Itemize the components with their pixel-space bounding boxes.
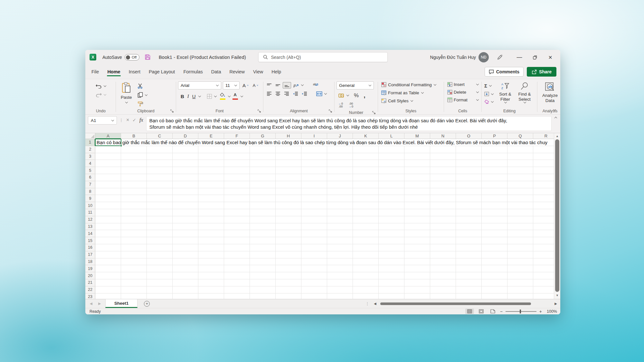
name-box[interactable]: A1 xyxy=(88,116,117,125)
paste-dropdown-icon[interactable] xyxy=(125,101,128,103)
align-center-button[interactable] xyxy=(274,91,282,97)
redo-dropdown-icon[interactable] xyxy=(103,93,106,96)
align-right-button[interactable] xyxy=(283,91,290,97)
alignment-dialog-launcher[interactable] xyxy=(329,109,332,113)
page-break-preview-button[interactable] xyxy=(488,309,497,314)
format-as-table-button[interactable]: Format as Table xyxy=(380,89,442,96)
column-header-d[interactable]: D xyxy=(173,133,198,139)
column-header-r[interactable]: R xyxy=(533,133,554,139)
vertical-scroll-thumb[interactable] xyxy=(555,139,559,292)
scroll-right-icon[interactable]: ▶ xyxy=(554,302,557,305)
avatar[interactable]: NĐ xyxy=(478,52,489,62)
accounting-format-button[interactable] xyxy=(337,92,350,99)
column-header-e[interactable]: E xyxy=(198,133,224,139)
undo-dropdown-icon[interactable] xyxy=(103,84,106,87)
clear-button[interactable] xyxy=(483,98,495,105)
row-header-23[interactable]: 23 xyxy=(85,293,95,299)
comma-style-button[interactable]: , xyxy=(362,91,367,100)
cut-button[interactable] xyxy=(136,82,149,90)
format-dropdown-icon[interactable] xyxy=(476,98,479,101)
new-sheet-button[interactable]: + xyxy=(144,301,150,307)
cell-styles-dropdown-icon[interactable] xyxy=(411,99,413,101)
column-header-g[interactable]: G xyxy=(250,133,276,139)
fill-button[interactable] xyxy=(483,91,495,97)
horizontal-scrollbar[interactable]: ⋮ ◀ ▶ xyxy=(365,299,560,308)
cancel-entry-icon[interactable]: × xyxy=(126,117,129,123)
insert-function-icon[interactable]: fx xyxy=(139,117,143,123)
copy-dropdown-icon[interactable] xyxy=(145,93,147,96)
align-left-button[interactable] xyxy=(265,91,273,97)
orientation-dropdown-icon[interactable] xyxy=(301,83,304,86)
minimize-button[interactable]: — xyxy=(512,50,527,65)
font-color-button[interactable]: A xyxy=(231,92,239,101)
column-header-q[interactable]: Q xyxy=(507,133,533,139)
sheet-tab-sheet1[interactable]: Sheet1 xyxy=(105,299,137,308)
number-dialog-launcher[interactable] xyxy=(372,111,376,114)
orientation-button[interactable]: ab xyxy=(292,82,305,88)
formula-input[interactable]: Bạn có bao giờ thắc mắc làm thế nào để c… xyxy=(146,116,552,131)
tab-home[interactable]: Home xyxy=(103,66,124,78)
increase-indent-button[interactable] xyxy=(300,91,308,97)
merge-center-button[interactable] xyxy=(315,90,328,97)
analyze-data-button[interactable]: Analyze Data xyxy=(539,81,560,107)
row-header-22[interactable]: 22 xyxy=(85,286,95,293)
tab-file[interactable]: File xyxy=(87,66,103,78)
format-painter-button[interactable] xyxy=(136,100,149,107)
find-select-button[interactable]: Find & Select xyxy=(516,81,534,107)
tab-page-layout[interactable]: Page Layout xyxy=(145,66,179,78)
sheet-nav-prev-icon[interactable]: ◀ xyxy=(90,302,92,306)
column-header-p[interactable]: P xyxy=(482,133,507,139)
tab-insert[interactable]: Insert xyxy=(125,66,145,78)
underline-dropdown-icon[interactable] xyxy=(198,94,201,97)
font-name-select[interactable]: Arial xyxy=(178,81,221,89)
cells-area[interactable]: Bạn có bao giờ thắc mắc làm thế nào để c… xyxy=(95,139,554,299)
clipboard-dialog-launcher[interactable] xyxy=(170,109,174,113)
redo-button[interactable] xyxy=(94,91,108,98)
zoom-out-button[interactable]: − xyxy=(500,309,503,314)
middle-align-button[interactable] xyxy=(274,82,282,88)
column-header-l[interactable]: L xyxy=(379,133,404,139)
zoom-slider[interactable] xyxy=(506,311,536,312)
column-header-a[interactable]: A xyxy=(95,133,121,139)
tab-review[interactable]: Review xyxy=(225,66,249,78)
select-all-corner[interactable] xyxy=(85,133,95,139)
fill-dropdown-icon[interactable] xyxy=(491,92,494,95)
row-header-19[interactable]: 19 xyxy=(85,265,95,272)
row-header-2[interactable]: 2 xyxy=(85,146,95,153)
column-header-f[interactable]: F xyxy=(224,133,250,139)
save-icon[interactable] xyxy=(145,54,151,60)
borders-dropdown-icon[interactable] xyxy=(214,94,216,97)
font-size-select[interactable]: 11 xyxy=(223,81,240,89)
scroll-down-icon[interactable]: ▼ xyxy=(554,294,560,297)
copy-button[interactable] xyxy=(136,91,149,99)
insert-cells-button[interactable]: Insert xyxy=(446,81,480,88)
wrap-text-button[interactable]: ab xyxy=(311,82,320,88)
fill-color-button[interactable] xyxy=(219,92,227,101)
row-header-16[interactable]: 16 xyxy=(85,244,95,251)
row-header-13[interactable]: 13 xyxy=(85,223,95,230)
increase-decimal-button[interactable]: ←0.00 xyxy=(337,101,344,109)
user-name[interactable]: Nguyễn Đức Tuấn Huy xyxy=(430,55,476,60)
increase-font-size-button[interactable]: A˄ xyxy=(241,82,250,89)
underline-button[interactable]: U xyxy=(191,93,197,100)
row-header-6[interactable]: 6 xyxy=(85,174,95,181)
column-header-h[interactable]: H xyxy=(276,133,301,139)
conditional-formatting-button[interactable]: Conditional Formatting xyxy=(380,81,442,88)
column-header-n[interactable]: N xyxy=(430,133,456,139)
paste-button[interactable]: Paste xyxy=(119,81,134,107)
decrease-decimal-button[interactable]: .00→0 xyxy=(347,101,355,109)
fill-handle[interactable] xyxy=(120,145,122,147)
row-header-1[interactable]: 1 xyxy=(85,139,95,146)
row-header-15[interactable]: 15 xyxy=(85,237,95,244)
row-header-12[interactable]: 12 xyxy=(85,216,95,223)
sort-filter-button[interactable]: AZ Sort & Filter xyxy=(496,81,514,107)
sheet-nav-next-icon[interactable]: ▶ xyxy=(98,302,101,306)
decrease-font-size-button[interactable]: A˅ xyxy=(251,82,260,89)
close-button[interactable]: × xyxy=(543,50,558,65)
search-input[interactable]: Search (Alt+Q) xyxy=(258,52,388,62)
page-layout-view-button[interactable] xyxy=(477,309,486,314)
row-header-8[interactable]: 8 xyxy=(85,188,95,195)
autosave-toggle[interactable]: Off xyxy=(125,54,139,60)
clear-dropdown-icon[interactable] xyxy=(491,100,494,102)
collapse-formula-bar-icon[interactable] xyxy=(554,117,557,119)
